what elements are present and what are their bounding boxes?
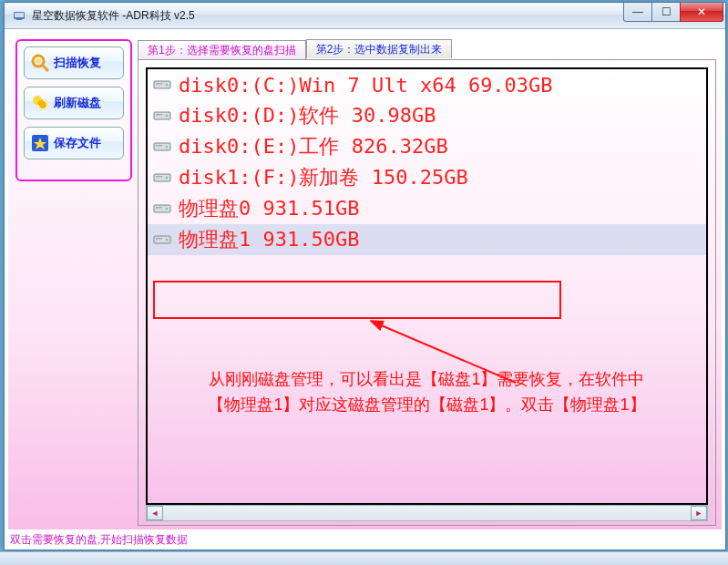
disk-row[interactable]: disk0:(D:)软件 30.98GB <box>148 100 706 131</box>
tab-step1[interactable]: 第1步：选择需要恢复的盘扫描 <box>138 40 306 59</box>
disk-label: disk0:(D:)软件 30.98GB <box>179 102 436 129</box>
app-window: 星空数据恢复软件 -ADR科技 v2.5 — ☐ ✕ 扫描恢复 刷新磁盘 <box>4 2 726 550</box>
svg-rect-2 <box>16 18 22 20</box>
svg-point-26 <box>166 239 168 241</box>
svg-rect-24 <box>156 207 162 209</box>
disk-list[interactable]: disk0:(C:)Win 7 Ult x64 69.03GBdisk0:(D:… <box>146 67 708 505</box>
close-button[interactable]: ✕ <box>680 3 723 22</box>
minimize-button[interactable]: — <box>623 3 652 22</box>
sidebar-button-label: 刷新磁盘 <box>54 95 101 111</box>
svg-point-20 <box>166 177 168 179</box>
annotation-text: 从刚刚磁盘管理，可以看出是【磁盘1】需要恢复，在软件中 【物理盘1】对应这磁盘管… <box>157 366 697 417</box>
svg-point-14 <box>166 115 168 117</box>
tab-step2[interactable]: 第2步：选中数据复制出来 <box>306 39 453 58</box>
disk-row[interactable]: 物理盘1 931.50GB <box>148 224 706 255</box>
titlebar[interactable]: 星空数据恢复软件 -ADR科技 v2.5 — ☐ ✕ <box>5 3 725 29</box>
svg-rect-25 <box>154 236 170 243</box>
maximize-button[interactable]: ☐ <box>652 3 680 22</box>
annotation-arrow <box>370 319 552 392</box>
svg-point-17 <box>166 146 168 148</box>
tab-strip: 第1步：选择需要恢复的盘扫描 第2步：选中数据复制出来 <box>138 39 716 59</box>
disk-row[interactable]: disk0:(E:)工作 826.32GB <box>148 131 706 162</box>
main-area: 第1步：选择需要恢复的盘扫描 第2步：选中数据复制出来 disk0:(C:)Wi… <box>138 39 716 524</box>
save-icon <box>30 133 50 153</box>
disk-label: disk0:(E:)工作 826.32GB <box>179 133 448 160</box>
disk-row[interactable]: disk0:(C:)Win 7 Ult x64 69.03GB <box>148 69 706 100</box>
drive-icon <box>153 202 171 215</box>
refresh-icon <box>30 93 50 113</box>
svg-rect-18 <box>156 145 162 147</box>
tab-content: disk0:(C:)Win 7 Ult x64 69.03GBdisk0:(D:… <box>138 59 716 526</box>
sidebar-button-label: 扫描恢复 <box>54 55 101 71</box>
svg-rect-10 <box>154 81 170 88</box>
disk-label: disk0:(C:)Win 7 Ult x64 69.03GB <box>179 74 553 97</box>
horizontal-scrollbar[interactable]: ◄ ► <box>146 505 708 521</box>
svg-rect-19 <box>154 174 170 181</box>
magnifier-icon <box>30 53 50 73</box>
sidebar: 扫描恢复 刷新磁盘 保存文件 <box>15 39 132 181</box>
svg-rect-1 <box>15 13 24 17</box>
scroll-left-button[interactable]: ◄ <box>147 506 163 520</box>
svg-rect-15 <box>156 114 162 116</box>
client-area: 扫描恢复 刷新磁盘 保存文件 第1步：选择需要恢复的盘扫描 第2步：选中数据复制… <box>8 32 722 529</box>
disk-label: 物理盘1 931.50GB <box>179 226 359 253</box>
drive-icon <box>153 140 171 153</box>
disk-label: 物理盘0 931.51GB <box>179 195 359 222</box>
svg-rect-27 <box>156 238 162 240</box>
save-file-button[interactable]: 保存文件 <box>24 127 124 159</box>
sidebar-button-label: 保存文件 <box>54 135 101 151</box>
scan-recover-button[interactable]: 扫描恢复 <box>24 46 124 79</box>
status-bar: 双击需要恢复的盘,开始扫描恢复数据 <box>10 531 720 548</box>
app-icon <box>12 8 26 23</box>
svg-point-5 <box>36 58 41 64</box>
svg-line-28 <box>379 324 516 383</box>
svg-point-11 <box>166 84 168 86</box>
drive-icon <box>153 109 171 122</box>
taskbar[interactable] <box>0 551 728 565</box>
disk-label: disk1:(F:)新加卷 150.25GB <box>179 164 468 191</box>
scroll-right-button[interactable]: ► <box>691 506 707 520</box>
svg-point-23 <box>166 208 168 210</box>
svg-rect-13 <box>154 112 170 119</box>
window-title: 星空数据恢复软件 -ADR科技 v2.5 <box>32 8 623 24</box>
disk-row[interactable]: disk1:(F:)新加卷 150.25GB <box>148 162 706 193</box>
refresh-disk-button[interactable]: 刷新磁盘 <box>24 87 124 119</box>
annotation-highlight-box <box>153 281 561 319</box>
drive-icon <box>153 171 171 184</box>
svg-rect-21 <box>156 176 162 178</box>
svg-rect-16 <box>154 143 170 150</box>
svg-point-7 <box>37 99 48 110</box>
disk-row[interactable]: 物理盘0 931.51GB <box>148 193 706 224</box>
svg-line-4 <box>43 66 48 71</box>
svg-rect-22 <box>154 205 170 212</box>
svg-rect-12 <box>156 83 162 85</box>
drive-icon <box>153 233 171 246</box>
drive-icon <box>153 78 171 91</box>
